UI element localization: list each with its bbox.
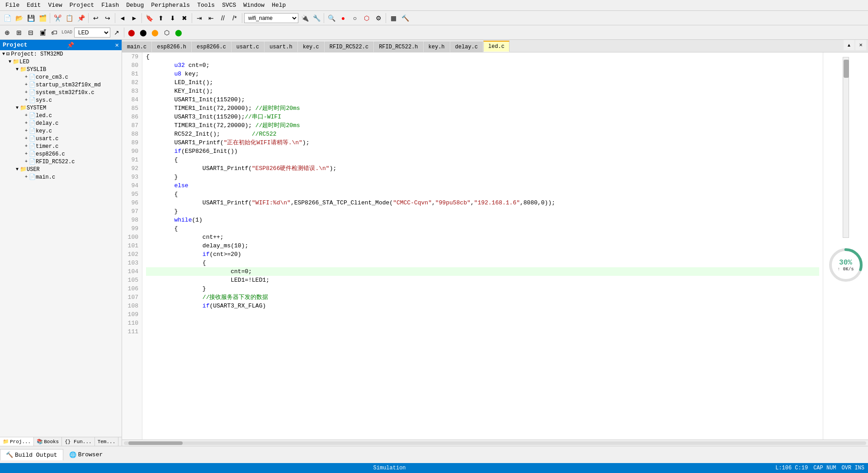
code-line-88[interactable]: RC522_Init(); //RC522 [146,130,819,138]
next-button[interactable]: ► [129,13,140,24]
code-line-95[interactable]: else [146,181,819,190]
tab-key-h[interactable]: key.h [424,42,450,52]
expand-system-file[interactable]: + [24,90,29,95]
code-line-83[interactable]: KEY_Init(); [146,87,819,95]
tab-build-output[interactable]: 🔨 Build Output [0,449,63,460]
menu-debug[interactable]: Debug [123,1,147,9]
menu-file[interactable]: File [2,1,23,9]
expand-led-c[interactable]: + [24,113,29,118]
tab-key-c[interactable]: key.c [298,42,324,52]
code-line-105[interactable]: { [146,259,819,267]
tb2-btn1[interactable]: ⊕ [2,27,13,38]
cut-button[interactable]: ✂️ [52,13,63,24]
tree-esp8266-c[interactable]: + 📄 esp8266.c [0,150,122,158]
tab-rfid-rc522-c[interactable]: RFID_RC522.c [325,42,373,52]
tree-syslib-folder[interactable]: ▼ 📁 SYSLIB [0,66,122,73]
code-line-86[interactable]: USART3_Init(115200);//串口-WIFI [146,113,819,121]
code-line-110[interactable]: //接收服务器下发的数据 [146,293,819,302]
tree-timer-c[interactable]: + 📄 timer.c [0,142,122,150]
run-btn[interactable]: ● [338,13,349,24]
code-line-97[interactable]: USART1_Printf("WIFI:%d\n",ESP8266_STA_TC… [146,199,819,207]
tabs-scroll-left[interactable]: ▲ [844,40,854,50]
tab-main-c[interactable]: main.c [122,42,151,52]
expand-delay-c[interactable]: + [24,121,29,126]
tree-main-c[interactable]: + 📄 main.c [0,173,122,181]
expand-root[interactable]: ▼ [1,52,6,57]
comment-button[interactable]: // [217,13,228,24]
tree-led-c[interactable]: + 📄 led.c [0,112,122,119]
code-line-102[interactable]: cnt++; [146,233,819,241]
code-line-107[interactable]: LED1=!LED1; [146,276,819,284]
uncomment-button[interactable]: /* [229,13,240,24]
code-line-104[interactable]: if(cnt>=20) [146,250,819,259]
expand-led[interactable]: ▼ [7,59,13,65]
new-file-button[interactable]: 📄 [2,13,13,24]
sidebar-close[interactable]: ✕ [115,41,119,49]
tab-led-c[interactable]: led.c [483,41,509,52]
tb2-color3[interactable]: ⬤ [150,27,160,38]
code-line-80[interactable]: u32 cnt=0; [146,61,819,70]
wifi-btn2[interactable]: 🔧 [311,13,322,24]
tab-usart-h[interactable]: usart.h [264,42,297,52]
redo-button[interactable]: ↪ [102,13,113,24]
menu-view[interactable]: View [44,1,66,9]
bookmark-button[interactable]: 🔖 [144,13,155,24]
tools-btn[interactable]: 🔨 [400,13,410,24]
menu-help[interactable]: Help [268,1,289,9]
expand-sys-c[interactable]: + [24,98,29,103]
tab-browser[interactable]: 🌐 Browser [63,449,109,461]
code-line-94[interactable]: } [146,173,819,181]
expand-system-folder[interactable]: ▼ [14,105,20,111]
h-scroll-thumb[interactable] [128,441,183,445]
menu-tools[interactable]: Tools [193,1,218,9]
code-line-106[interactable]: cnt=0; [146,267,819,276]
sidebar-tab-functions[interactable]: {} Fun... [62,437,94,446]
expand-rfid-c[interactable]: + [24,159,29,165]
open-file-button[interactable]: 📂 [14,13,24,24]
tree-key-c[interactable]: + 📄 key.c [0,127,122,135]
code-line-111[interactable]: if(USART3_RX_FLAG) [146,302,819,310]
menu-flash[interactable]: Flash [98,1,123,9]
code-line-87[interactable]: TIMER3_Init(72,20000); //超时时间20ms [146,121,819,130]
code-line-93[interactable]: USART1_Printf("ESP8266硬件检测错误.\n"); [146,164,819,173]
tabs-close[interactable]: ✕ [855,40,866,50]
tab-delay-c[interactable]: delay.c [450,42,483,52]
tree-system-folder[interactable]: ▼ 📁 SYSTEM [0,104,122,112]
vertical-scrollbar[interactable] [843,57,849,238]
sidebar-tab-books[interactable]: 📚 Books [34,437,62,446]
bookmark-next[interactable]: ⬇ [167,13,178,24]
tb2-btn2[interactable]: ⊞ [14,27,24,38]
tb2-arrow[interactable]: ↗ [111,27,122,38]
search-button[interactable]: 🔍 [326,13,337,24]
tb2-color1[interactable]: ⬤ [126,27,137,38]
code-line-81[interactable]: u8 key; [146,70,819,78]
step-btn[interactable]: ○ [349,13,360,24]
unindent-button[interactable]: ⇤ [206,13,217,24]
sidebar-pin[interactable]: 📌 [67,42,74,49]
indent-button[interactable]: ⇥ [194,13,205,24]
code-line-108[interactable]: } [146,284,819,293]
wifi-btn1[interactable]: 🔌 [299,13,310,24]
tb2-color5[interactable]: ⬤ [173,27,184,38]
tree-startup[interactable]: + 📄 startup_stm32f10x_md [0,81,122,89]
bookmark-clear[interactable]: ✖ [179,13,190,24]
tab-usart-c[interactable]: usart.c [231,42,264,52]
expand-main-c[interactable]: + [24,175,29,180]
menu-edit[interactable]: Edit [23,1,44,9]
reset-btn[interactable]: ⚙ [373,13,384,24]
undo-button[interactable]: ↩ [90,13,101,24]
paste-button[interactable]: 📌 [75,13,86,24]
code-line-79[interactable]: { [146,52,819,61]
expand-core[interactable]: + [24,75,29,80]
tree-core-cm3[interactable]: + 📄 core_cm3.c [0,73,122,81]
target-dropdown[interactable]: LED [74,28,110,38]
code-line-84[interactable]: USART1_Init(115200); [146,95,819,104]
copy-button[interactable]: 📋 [64,13,75,24]
tree-sys-c[interactable]: + 📄 sys.c [0,96,122,104]
menu-svcs[interactable]: SVCS [218,1,240,9]
expand-esp8266-c[interactable]: + [24,151,29,157]
tb2-color2[interactable]: ⬤ [138,27,149,38]
sidebar-tab-templates[interactable]: Tem... [95,437,119,446]
tb2-btn3[interactable]: ⊟ [25,27,36,38]
code-line-85[interactable]: TIMER1_Init(72,20000); //超时时间20ms [146,104,819,113]
